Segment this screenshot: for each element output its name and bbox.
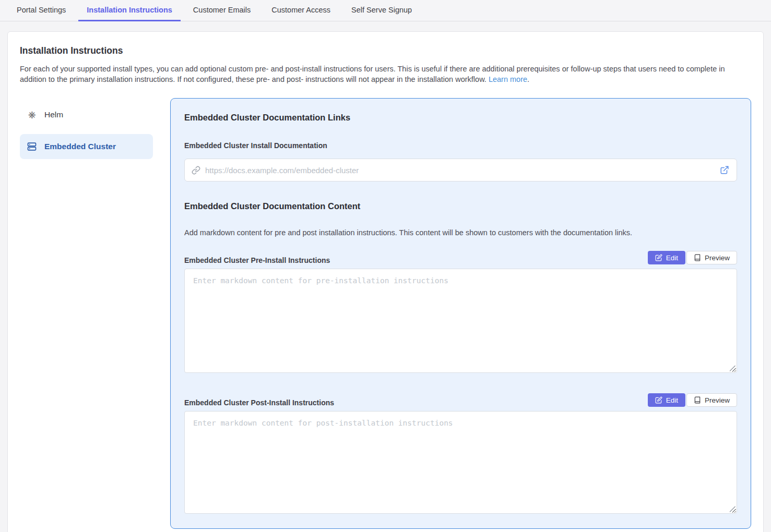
embedded-cluster-panel: Embedded Cluster Documentation Links Emb… xyxy=(170,98,751,529)
install-documentation-label: Embedded Cluster Install Documentation xyxy=(184,141,737,150)
page-title: Installation Instructions xyxy=(20,45,751,56)
page-description-text: For each of your supported install types… xyxy=(20,65,725,83)
page-description: For each of your supported install types… xyxy=(20,64,745,84)
post-install-edit-label: Edit xyxy=(666,396,678,404)
install-documentation-url-field xyxy=(184,159,737,182)
learn-more-link[interactable]: Learn more xyxy=(489,75,527,83)
install-documentation-url-input[interactable] xyxy=(205,166,715,175)
settings-tabbar: Portal Settings Installation Instruction… xyxy=(0,0,771,21)
documentation-links-heading: Embedded Cluster Documentation Links xyxy=(184,113,737,123)
server-stack-icon xyxy=(27,141,37,152)
sidebar-item-helm-label: Helm xyxy=(44,110,63,119)
edit-pencil-icon xyxy=(655,254,662,261)
edit-pencil-icon xyxy=(655,396,662,404)
sidebar-item-embedded-cluster-label: Embedded Cluster xyxy=(44,142,116,151)
sidebar-item-helm[interactable]: ⎈ Helm xyxy=(20,102,153,127)
tab-installation-instructions[interactable]: Installation Instructions xyxy=(78,0,181,21)
post-install-edit-button[interactable]: Edit xyxy=(648,393,685,407)
page-description-suffix: . xyxy=(527,75,529,83)
pre-install-label: Embedded Cluster Pre-Install Instruction… xyxy=(184,256,330,264)
tab-customer-access[interactable]: Customer Access xyxy=(263,0,339,21)
pre-install-edit-button[interactable]: Edit xyxy=(648,251,685,264)
post-install-preview-button[interactable]: Preview xyxy=(686,393,737,407)
helm-icon: ⎈ xyxy=(27,110,37,119)
preview-book-icon xyxy=(694,396,701,404)
pre-install-mode-toggle: Edit Preview xyxy=(648,251,737,264)
external-link-icon[interactable] xyxy=(720,165,729,175)
post-install-instructions-textarea[interactable] xyxy=(184,411,737,514)
documentation-content-heading: Embedded Cluster Documentation Content xyxy=(184,201,737,211)
tab-self-serve-signup[interactable]: Self Serve Signup xyxy=(343,0,420,21)
pre-install-instructions-textarea[interactable] xyxy=(184,269,737,373)
installation-instructions-card: Installation Instructions For each of yo… xyxy=(7,31,764,532)
post-install-preview-label: Preview xyxy=(705,396,730,404)
post-install-label: Embedded Cluster Post-Install Instructio… xyxy=(184,398,334,407)
tab-customer-emails[interactable]: Customer Emails xyxy=(185,0,259,21)
tab-portal-settings[interactable]: Portal Settings xyxy=(8,0,74,21)
preview-book-icon xyxy=(694,254,701,261)
link-icon xyxy=(192,166,200,175)
documentation-content-description: Add markdown content for pre and post in… xyxy=(184,228,737,237)
pre-install-preview-label: Preview xyxy=(705,254,730,262)
sidebar-item-embedded-cluster[interactable]: Embedded Cluster xyxy=(20,134,153,159)
post-install-mode-toggle: Edit Preview xyxy=(648,393,737,407)
pre-install-preview-button[interactable]: Preview xyxy=(686,251,737,264)
install-type-nav: ⎈ Helm Embedded Cluster xyxy=(20,98,153,529)
pre-install-edit-label: Edit xyxy=(666,254,678,262)
